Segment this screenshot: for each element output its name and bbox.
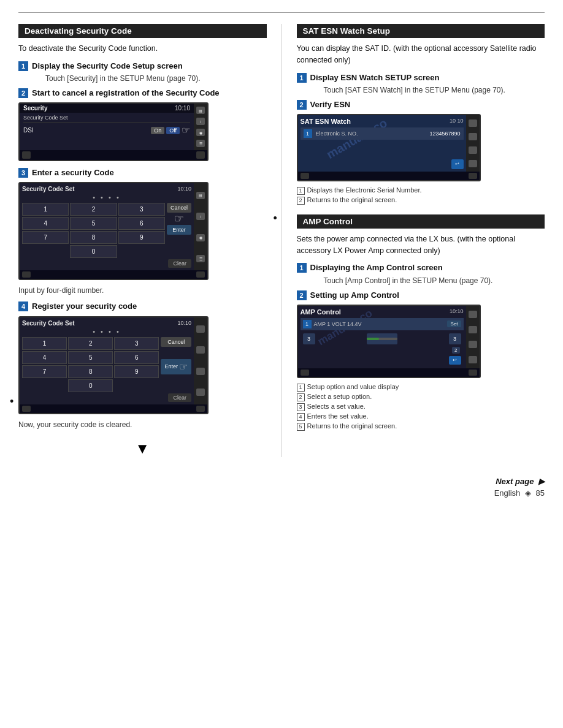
sat-row-value: 1234567890 [429,131,460,137]
step-4-title: Register your security code [32,301,137,312]
clear-btn[interactable]: Clear [168,259,191,268]
cancel-btn[interactable]: Cancel [167,203,191,213]
keypad2-title: Security Code Set [22,320,75,327]
sat-screen: manuals.co SAT ESN Watch 10 10 1 Electro… [297,114,481,181]
right-bullet: • [274,212,277,225]
key-8[interactable]: 8 [70,231,117,244]
step-2-num: 2 [18,88,28,98]
kp2-bot-left [22,406,31,412]
key2-7[interactable]: 7 [22,365,67,378]
enter-btn[interactable]: Enter [167,225,191,235]
enter-btn-2[interactable]: Enter ☞ [161,359,191,374]
kp1-side-1: ▤ [196,192,205,199]
amp-set-btn[interactable]: Set [447,320,461,327]
side-icon-3: ◉ [196,129,205,136]
key-3[interactable]: 3 [118,203,165,216]
step-4: 4 Register your security code [18,301,267,312]
amp-step-1-body: Touch [Amp Control] in the SETUP Menu (p… [324,275,493,286]
key2-3[interactable]: 3 [114,337,159,350]
amp-ref-2: 2 Select a setup option. [297,393,545,401]
page: Deactivating Security Code To deactivate… [0,0,563,728]
sat-ref-1-box: 1 [297,187,305,195]
keypad1-dots: • • • • [22,194,191,201]
amp-label: AMP 1 VOLT 14.4V [314,321,445,327]
sat-side-2 [469,133,477,140]
key-6[interactable]: 6 [118,217,165,230]
amp-step-1: 1 Displaying the Amp Control screen Touc… [297,262,545,286]
kp1-side-3: ◉ [196,234,205,241]
hand-icon-1: ☞ [182,124,190,136]
step-1-num: 1 [18,61,28,71]
keypad1-time: 10:10 [177,186,191,192]
kp1-bot-left [22,271,31,278]
key-5[interactable]: 5 [70,217,117,230]
main-content: Deactivating Security Code To deactivate… [18,24,545,457]
bottom-right-icon [196,151,205,159]
amp-side-2 [469,326,477,333]
step-2-title: Start to cancel a registration of the Se… [32,88,220,99]
key2-6[interactable]: 6 [114,351,159,364]
amp-ref-3-box: 3 [297,403,305,411]
amp-screen-title: AMP Control [301,308,341,316]
amp-ref-5-box: 5 [297,423,305,431]
cancel-btn-2[interactable]: Cancel [161,337,191,347]
sat-step-1-body: Touch [SAT ESN Watch] in the SETUP Menu … [324,85,505,96]
next-page-label: Next page ▶ [494,477,545,486]
amp-ref-4-box: 4 [297,413,305,421]
amp-ctrl-3b[interactable]: 3 [449,333,461,344]
key-7[interactable]: 7 [22,231,69,244]
side-icon-1: ▤ [196,107,205,114]
step-3-body: Input by four-digit number. [18,285,267,296]
step-3-title: Enter a security Code [32,167,114,178]
kp2-side-3 [196,368,205,375]
sat-row-num: 1 [304,129,312,138]
screen1-item: DSI [23,127,34,134]
amp-bot-right [469,370,477,376]
keypad2-time: 10:10 [177,320,191,327]
step-1: 1 Display the Security Code Setup screen… [18,61,267,84]
sat-side-3 [469,146,477,154]
amp-slider[interactable] [367,333,397,344]
key2-8[interactable]: 8 [68,365,113,378]
left-column: Deactivating Security Code To deactivate… [18,24,267,457]
key2-9[interactable]: 9 [114,365,159,378]
sat-ref-2: 2 Returns to the original screen. [297,196,545,205]
key-2[interactable]: 2 [70,203,117,216]
key-0[interactable]: 0 [70,245,117,258]
step-3-num: 3 [18,168,28,178]
kp2-side-4 [196,389,205,396]
amp-intro: Sets the power amp connected via the LX … [297,233,545,257]
clear-btn-2[interactable]: Clear [168,393,191,402]
key2-2[interactable]: 2 [68,337,113,350]
sat-step-2: 2 Verify ESN [297,99,545,110]
amp-ctrl-3[interactable]: 3 [303,333,315,344]
amp-ref-1-box: 1 [297,384,305,392]
key2-4[interactable]: 4 [22,351,67,364]
amp-screen: manuals.co AMP Control 10:10 1 AMP 1 VOL… [297,305,481,378]
amp-ref-4: 4 Enters the set value. [297,412,545,421]
hand-icon-2: ☞ [174,212,184,226]
amp-nav[interactable]: ↩ [449,356,461,365]
key2-0[interactable]: 0 [68,379,113,392]
sat-nav-btn[interactable]: ↩ [451,159,464,169]
amp-num2[interactable]: 2 [452,347,459,354]
amp-side-3 [469,341,477,348]
sat-step-1-num: 1 [297,73,307,83]
deactivating-section-header: Deactivating Security Code [18,24,267,38]
sat-section-header: SAT ESN Watch Setup [297,24,545,38]
screen1-on-btn[interactable]: On [151,127,164,134]
page-footer: Next page ▶ English ◈ 85 [18,472,545,498]
sat-bot-left [301,173,309,179]
right-column: SAT ESN Watch Setup You can display the … [282,24,545,457]
key2-5[interactable]: 5 [68,351,113,364]
step-3: 3 Enter a security Code [18,167,267,178]
deactivating-intro: To deactivate the Security Code function… [18,43,267,55]
kp2-bot-right [196,406,205,412]
screen1-off-btn[interactable]: Off [166,127,180,134]
key2-1[interactable]: 1 [22,337,67,350]
key-9[interactable]: 9 [118,231,165,244]
down-arrow: ▼ [18,440,267,457]
sat-screen-time: 10 10 [450,118,464,125]
key-4[interactable]: 4 [22,217,69,230]
key-1[interactable]: 1 [22,203,69,216]
